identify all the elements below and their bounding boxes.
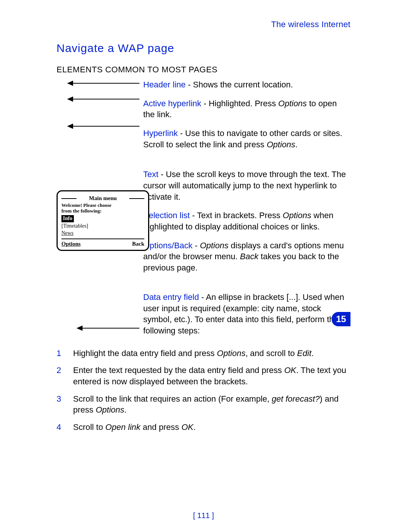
arrow-hyperlink [68, 126, 139, 127]
phone-welcome-line1: Welcome! Please choose [61, 203, 144, 208]
section-title: Navigate a WAP page [57, 41, 350, 56]
softkey-back: Back [132, 240, 144, 248]
definitions-area: Main menu Welcome! Please choose from th… [57, 79, 350, 336]
steps-list: Highlight the data entry field and press… [57, 348, 350, 433]
def-data-entry: Data entry field - An ellipse in bracket… [57, 292, 350, 336]
step-3: Scroll to the link that requires an acti… [73, 393, 350, 416]
def-header-line: Header line - Shows the current location… [57, 79, 350, 90]
page: The wireless Internet Navigate a WAP pag… [0, 0, 407, 532]
def-active-hyperlink: Active hyperlink - Highlighted. Press Op… [57, 98, 350, 120]
page-number: [ 111 ] [0, 511, 407, 521]
edit-keyword: Edit [297, 349, 311, 358]
term-data-entry: Data entry field [143, 292, 199, 302]
def-hyperlink: Hyperlink - Use this to navigate to othe… [57, 128, 350, 150]
chapter-tab: 15 [332, 312, 350, 326]
options-keyword: Options [217, 349, 246, 358]
term-selection-list: Selection list [143, 211, 190, 220]
term-options-back: Options/Back [143, 241, 193, 250]
options-keyword: Options [200, 241, 228, 250]
arrow-header-line [68, 83, 139, 84]
spacer [57, 157, 350, 169]
phone-item-info: Info [61, 215, 74, 222]
term-header-line: Header line [143, 80, 186, 89]
ok-keyword: OK [181, 422, 193, 432]
options-keyword: Options [278, 99, 307, 108]
phone-item-news: News [61, 230, 144, 237]
term-text: Text [143, 170, 158, 179]
back-keyword: Back [240, 252, 259, 261]
get-forecast-keyword: get forecast? [272, 394, 320, 404]
phone-header: Main menu [61, 194, 144, 202]
arrow-active-hyperlink [68, 99, 139, 99]
ok-keyword: OK [284, 365, 296, 375]
term-active-hyperlink: Active hyperlink [143, 99, 201, 108]
softkey-options: Options [61, 240, 81, 248]
phone-screen: Main menu Welcome! Please choose from th… [57, 190, 149, 251]
step-1: Highlight the data entry field and press… [73, 348, 350, 359]
arrow-data-entry [77, 328, 139, 329]
spacer [57, 281, 350, 292]
step-4: Scroll to Open link and press OK. [73, 422, 350, 433]
phone-item-timetables: [Timetables] [61, 223, 144, 230]
subsection-heading: ELEMENTS COMMON TO MOST PAGES [57, 64, 350, 75]
phone-welcome-line2: from the following: [61, 208, 144, 214]
body-header-line: - Shows the current location. [186, 80, 293, 89]
running-header: The wireless Internet [57, 19, 350, 30]
phone-softkeys: Options Back [61, 238, 144, 248]
options-keyword: Options [283, 211, 311, 220]
step-2: Enter the text requested by the data ent… [73, 365, 350, 387]
term-hyperlink: Hyperlink [143, 128, 178, 138]
options-keyword: Options [267, 140, 295, 149]
options-keyword: Options [96, 405, 124, 414]
open-link-keyword: Open link [106, 422, 141, 432]
